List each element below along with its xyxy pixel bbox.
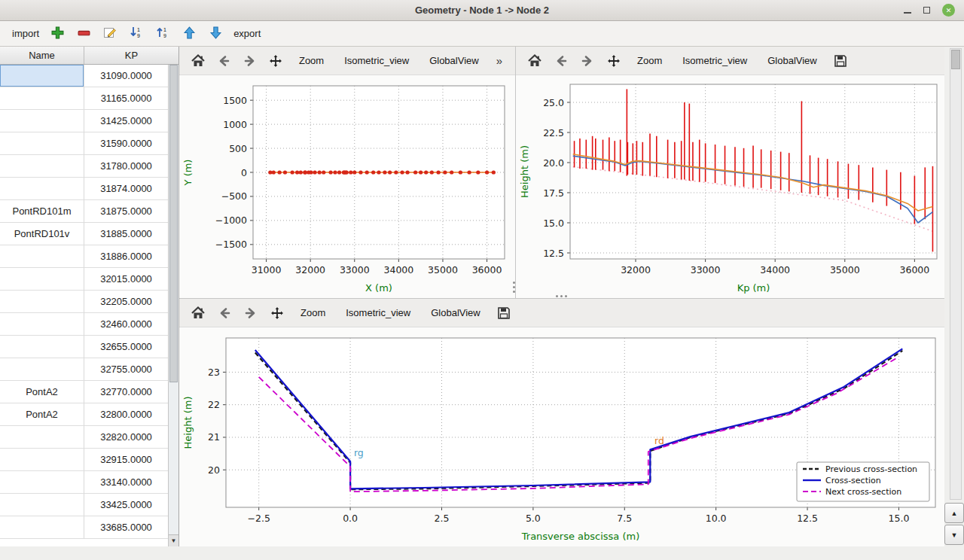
import-button[interactable]: import (12, 28, 39, 39)
name-cell[interactable] (0, 494, 84, 516)
table-row[interactable]: PontA232800.0000 (0, 403, 178, 426)
table-row[interactable]: 31874.0000 (0, 178, 178, 200)
table-row[interactable]: 33685.0000 (0, 516, 178, 539)
name-cell[interactable]: PontRD101v (0, 223, 84, 245)
back-arrow-icon[interactable] (215, 304, 233, 322)
kp-cell[interactable]: 31425.0000 (84, 110, 169, 132)
save-icon[interactable] (495, 304, 513, 322)
minimize-button[interactable] (904, 12, 911, 14)
forward-arrow-icon[interactable] (242, 304, 260, 322)
name-cell[interactable] (0, 336, 84, 358)
global-view-button[interactable]: GlobalView (423, 52, 485, 69)
kp-cell[interactable]: 33425.0000 (84, 494, 169, 516)
name-cell[interactable] (0, 178, 84, 200)
edit-button[interactable] (102, 26, 118, 42)
forward-arrow-icon[interactable] (241, 52, 258, 70)
kp-cell[interactable]: 32015.0000 (84, 268, 169, 291)
column-header-name[interactable]: Name (0, 47, 84, 64)
table-row[interactable]: PontA232770.0000 (0, 381, 178, 403)
table-row[interactable]: 33140.0000 (0, 471, 178, 494)
table-row[interactable]: 32655.0000 (0, 336, 178, 358)
name-cell[interactable] (0, 291, 84, 313)
sort-descending-button[interactable]: 19 (154, 26, 171, 42)
scroll-down-button[interactable]: ▼ (944, 525, 964, 545)
table-row[interactable]: 31780.0000 (0, 155, 178, 178)
kp-cell[interactable]: 33140.0000 (84, 471, 169, 494)
table-row[interactable]: PontRD101v31885.0000 (0, 223, 178, 245)
sort-ascending-button[interactable]: 19 (128, 26, 145, 42)
kp-cell[interactable]: 33685.0000 (84, 516, 169, 539)
name-cell[interactable]: PontA2 (0, 403, 84, 426)
kp-cell[interactable]: 32460.0000 (84, 313, 169, 336)
remove-cross-section-button[interactable] (75, 26, 92, 42)
name-cell[interactable] (0, 87, 84, 110)
zoom-button[interactable]: Zoom (293, 52, 330, 69)
titlebar[interactable]: Geometry - Node 1 -> Node 2 ✕ (0, 0, 964, 21)
vertical-splitter-handle[interactable] (513, 282, 515, 293)
kp-cell[interactable]: 31090.0000 (84, 65, 169, 87)
name-cell[interactable] (0, 245, 84, 268)
home-icon[interactable] (526, 52, 544, 70)
cross-section-plot[interactable]: −2.50.02.55.07.510.012.515.020212223rgrd… (179, 327, 944, 546)
pan-icon[interactable] (268, 304, 286, 322)
table-row[interactable]: 32915.0000 (0, 449, 178, 471)
zoom-button[interactable]: Zoom (294, 304, 331, 321)
kp-cell[interactable]: 31780.0000 (84, 155, 169, 178)
name-cell[interactable] (0, 471, 84, 494)
kp-cell[interactable]: 31886.0000 (84, 245, 169, 268)
kp-cell[interactable]: 32915.0000 (84, 449, 169, 471)
isometric-view-button[interactable]: Isometric_view (676, 52, 753, 69)
name-cell[interactable]: PontA2 (0, 381, 84, 403)
name-cell[interactable] (0, 132, 84, 155)
table-row[interactable]: 31090.0000 (0, 65, 178, 87)
maximize-button[interactable] (923, 7, 930, 14)
name-cell[interactable] (0, 65, 84, 87)
name-cell[interactable] (0, 268, 84, 291)
longitudinal-profile-plot[interactable]: 320003300034000350003600012.515.017.520.… (516, 75, 944, 298)
kp-cell[interactable]: 32800.0000 (84, 403, 169, 426)
table-row[interactable]: 32015.0000 (0, 268, 178, 291)
table-row[interactable]: 32820.0000 (0, 426, 178, 449)
table-row[interactable]: 31886.0000 (0, 245, 178, 268)
table-row[interactable]: 31590.0000 (0, 132, 178, 155)
close-button[interactable]: ✕ (942, 4, 955, 17)
column-header-kp[interactable]: KP (84, 47, 178, 64)
export-button[interactable]: export (233, 28, 261, 39)
isometric-view-button[interactable]: Isometric_view (338, 52, 415, 69)
name-cell[interactable] (0, 155, 84, 178)
table-scrollbar[interactable]: ▼ (168, 65, 178, 546)
horizontal-splitter-handle[interactable] (556, 295, 567, 297)
table-row[interactable]: PontRD101m31875.0000 (0, 200, 178, 223)
home-icon[interactable] (189, 52, 206, 70)
move-down-button[interactable] (207, 26, 224, 42)
kp-cell[interactable]: 32820.0000 (84, 426, 169, 449)
zoom-button[interactable]: Zoom (631, 52, 668, 69)
kp-cell[interactable]: 31875.0000 (84, 200, 169, 223)
home-icon[interactable] (189, 304, 207, 322)
kp-cell[interactable]: 31165.0000 (84, 87, 169, 110)
kp-cell[interactable]: 32770.0000 (84, 381, 169, 403)
table-row[interactable]: 32755.0000 (0, 358, 178, 381)
kp-cell[interactable]: 31874.0000 (84, 178, 169, 200)
global-view-button[interactable]: GlobalView (761, 52, 823, 69)
pan-icon[interactable] (605, 52, 623, 70)
name-cell[interactable] (0, 313, 84, 336)
table-row[interactable]: 33425.0000 (0, 494, 178, 516)
kp-cell[interactable]: 32755.0000 (84, 358, 169, 381)
kp-cell[interactable]: 32655.0000 (84, 336, 169, 358)
name-cell[interactable] (0, 449, 84, 471)
name-cell[interactable] (0, 516, 84, 539)
kp-cell[interactable]: 31885.0000 (84, 223, 169, 245)
forward-arrow-icon[interactable] (578, 52, 596, 70)
scroll-up-button[interactable]: ▲ (944, 503, 964, 523)
save-icon[interactable] (831, 52, 850, 70)
back-arrow-icon[interactable] (552, 52, 570, 70)
plan-view-plot[interactable]: 310003200033000340003500036000−1500−1000… (179, 75, 515, 298)
vertical-scrollbar-thumb[interactable] (951, 50, 960, 69)
isometric-view-button[interactable]: Isometric_view (340, 304, 416, 321)
global-view-button[interactable]: GlobalView (425, 304, 487, 321)
kp-cell[interactable]: 32205.0000 (84, 291, 169, 313)
vertical-scrollbar[interactable] (950, 48, 962, 500)
pan-icon[interactable] (267, 52, 284, 70)
table-scrollbar-thumb[interactable] (169, 65, 178, 382)
